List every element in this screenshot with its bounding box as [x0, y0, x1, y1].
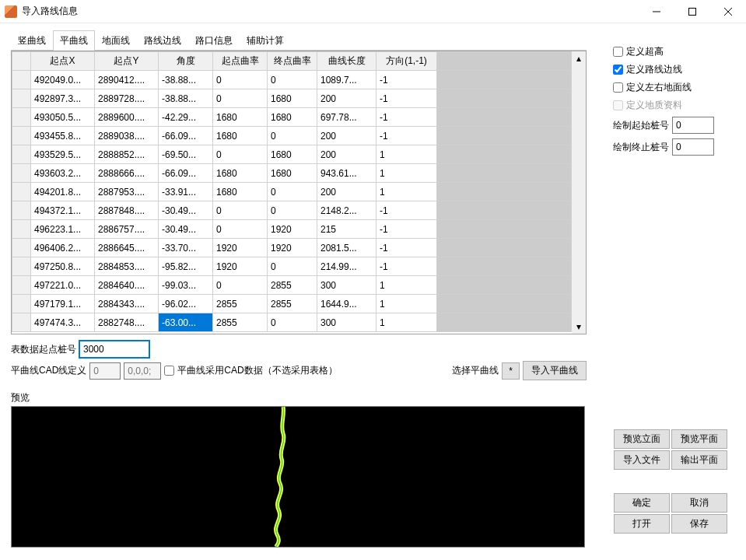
table-row[interactable]: 494372.1...2887848....-30.49...002148.2.…: [12, 201, 572, 220]
ok-button[interactable]: 确定: [614, 493, 670, 513]
table-cell[interactable]: 2855: [268, 276, 317, 295]
column-header[interactable]: 起点Y: [95, 52, 159, 71]
scroll-down-icon[interactable]: ▾: [572, 320, 586, 334]
table-cell[interactable]: 2886757....: [95, 220, 159, 239]
table-cell[interactable]: 1089.7...: [317, 71, 377, 89]
table-cell[interactable]: 2855: [213, 313, 268, 332]
table-row[interactable]: 497179.1...2884343....-96.02...285528551…: [12, 295, 572, 313]
table-cell[interactable]: -42.29...: [159, 108, 213, 127]
table-cell[interactable]: -1: [377, 89, 437, 108]
table-cell[interactable]: 0: [213, 276, 268, 295]
table-cell[interactable]: 2081.5...: [317, 239, 377, 257]
table-cell[interactable]: 2855: [268, 295, 317, 313]
table-cell[interactable]: 200: [317, 127, 377, 145]
table-row[interactable]: 497221.0...2884640....-99.03...028553001: [12, 276, 572, 295]
table-cell[interactable]: 300: [317, 313, 377, 332]
table-cell[interactable]: -95.82...: [159, 257, 213, 276]
import-curve-button[interactable]: 导入平曲线: [523, 361, 587, 380]
save-button[interactable]: 保存: [671, 514, 727, 534]
tab-5[interactable]: 辅助计算: [240, 30, 291, 51]
table-cell[interactable]: 494372.1...: [31, 201, 95, 220]
def-ground-checkbox[interactable]: 定义左右地面线: [613, 81, 714, 94]
table-cell[interactable]: -30.49...: [159, 201, 213, 220]
table-cell[interactable]: 2889728....: [95, 89, 159, 108]
vertical-scrollbar[interactable]: ▴ ▾: [572, 51, 586, 334]
table-cell[interactable]: -1: [377, 201, 437, 220]
table-cell[interactable]: 2148.2...: [317, 201, 377, 220]
table-cell[interactable]: -33.91...: [159, 183, 213, 201]
table-cell[interactable]: 1920: [213, 257, 268, 276]
table-cell[interactable]: 0: [213, 145, 268, 164]
column-header[interactable]: 曲线长度: [317, 52, 377, 71]
table-cell[interactable]: 1: [377, 313, 437, 332]
minimize-button[interactable]: [639, 0, 674, 23]
table-cell[interactable]: 0: [213, 220, 268, 239]
table-cell[interactable]: 493050.5...: [31, 108, 95, 127]
table-cell[interactable]: 1920: [213, 239, 268, 257]
table-cell[interactable]: 493455.8...: [31, 127, 95, 145]
table-cell[interactable]: -33.70...: [159, 239, 213, 257]
open-button[interactable]: 打开: [614, 514, 670, 534]
table-row[interactable]: 496406.2...2886645....-33.70...192019202…: [12, 239, 572, 257]
table-cell[interactable]: 2890412....: [95, 71, 159, 89]
table-row[interactable]: 493603.2...2888666....-66.09...168016809…: [12, 164, 572, 183]
table-cell[interactable]: 1644.9...: [317, 295, 377, 313]
table-cell[interactable]: 1680: [213, 127, 268, 145]
table-cell[interactable]: 0: [268, 313, 317, 332]
table-cell[interactable]: 0: [268, 183, 317, 201]
table-cell[interactable]: 2882748....: [95, 313, 159, 332]
table-cell[interactable]: 2884343....: [95, 295, 159, 313]
table-cell[interactable]: 200: [317, 89, 377, 108]
data-grid[interactable]: 起点X起点Y角度起点曲率终点曲率曲线长度方向(1,-1) 492049.0...…: [11, 51, 587, 334]
column-header[interactable]: 方向(1,-1): [377, 52, 437, 71]
column-header[interactable]: 终点曲率: [268, 52, 317, 71]
table-cell[interactable]: -99.03...: [159, 276, 213, 295]
table-cell[interactable]: 492049.0...: [31, 71, 95, 89]
table-cell[interactable]: -38.88...: [159, 71, 213, 89]
close-button[interactable]: [710, 0, 746, 23]
def-edge-checkbox[interactable]: 定义路线边线: [613, 63, 714, 76]
table-cell[interactable]: 497250.8...: [31, 257, 95, 276]
table-cell[interactable]: 0: [268, 71, 317, 89]
table-cell[interactable]: -1: [377, 108, 437, 127]
table-cell[interactable]: 0: [268, 127, 317, 145]
table-cell[interactable]: 215: [317, 220, 377, 239]
table-cell[interactable]: 200: [317, 145, 377, 164]
table-cell[interactable]: -1: [377, 257, 437, 276]
table-cell[interactable]: 200: [317, 183, 377, 201]
use-cad-checkbox[interactable]: 平曲线采用CAD数据（不选采用表格）: [164, 364, 337, 377]
table-cell[interactable]: -66.09...: [159, 164, 213, 183]
scroll-up-icon[interactable]: ▴: [572, 51, 586, 65]
table-cell[interactable]: 0: [213, 71, 268, 89]
draw-end-stake-input[interactable]: [672, 138, 714, 156]
table-cell[interactable]: 0: [268, 201, 317, 220]
preview-plan-button[interactable]: 预览平面: [671, 429, 727, 449]
table-cell[interactable]: 2888666....: [95, 164, 159, 183]
preview-elevation-button[interactable]: 预览立面: [614, 429, 670, 449]
table-cell[interactable]: 1680: [268, 145, 317, 164]
table-cell[interactable]: 496406.2...: [31, 239, 95, 257]
table-cell[interactable]: 496223.1...: [31, 220, 95, 239]
table-cell[interactable]: 1: [377, 183, 437, 201]
table-cell[interactable]: 2886645....: [95, 239, 159, 257]
table-row[interactable]: 493455.8...2889038....-66.09...16800200-…: [12, 127, 572, 145]
table-cell[interactable]: -30.49...: [159, 220, 213, 239]
table-cell[interactable]: 492897.3...: [31, 89, 95, 108]
table-row[interactable]: 494201.8...2887953....-33.91...168002001: [12, 183, 572, 201]
start-stake-input[interactable]: [79, 341, 149, 358]
table-cell[interactable]: 1: [377, 145, 437, 164]
table-cell[interactable]: 1: [377, 295, 437, 313]
table-cell[interactable]: 497474.3...: [31, 313, 95, 332]
table-cell[interactable]: 1680: [213, 108, 268, 127]
table-cell[interactable]: 300: [317, 276, 377, 295]
def-superelevation-checkbox[interactable]: 定义超高: [613, 45, 714, 58]
column-header[interactable]: 起点X: [31, 52, 95, 71]
table-row[interactable]: 493050.5...2889600....-42.29...168016806…: [12, 108, 572, 127]
table-cell[interactable]: 2889038....: [95, 127, 159, 145]
tab-3[interactable]: 路线边线: [137, 30, 188, 51]
table-cell[interactable]: -1: [377, 239, 437, 257]
table-cell[interactable]: -66.09...: [159, 127, 213, 145]
table-row[interactable]: 493529.5...2888852....-69.50...016802001: [12, 145, 572, 164]
table-cell[interactable]: -38.88...: [159, 89, 213, 108]
table-cell[interactable]: 2887848....: [95, 201, 159, 220]
